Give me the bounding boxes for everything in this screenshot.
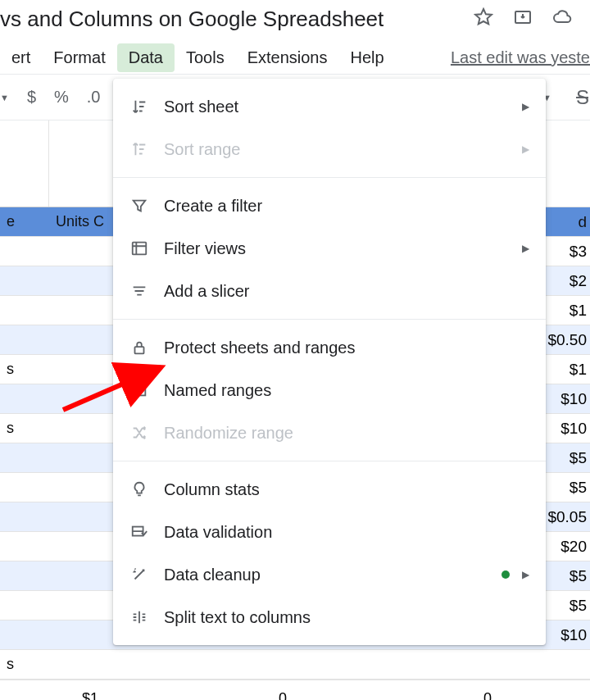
menu-data-cleanup[interactable]: Data cleanup ▶ [113, 553, 546, 596]
menu-add-slicer[interactable]: Add a slicer [113, 270, 546, 312]
menu-bar: ert Format Data Tools Extensions Help La… [0, 41, 590, 74]
menu-item-label: Split text to columns [164, 608, 311, 627]
chevron-right-icon: ▶ [522, 143, 529, 155]
split-columns-icon [129, 608, 149, 626]
filter-icon [129, 197, 149, 215]
sort-sheet-icon [129, 98, 149, 116]
svg-rect-3 [134, 385, 146, 396]
menu-sort-range: Sort range ▶ [113, 128, 546, 170]
menu-extensions[interactable]: Extensions [236, 43, 339, 72]
move-icon[interactable] [513, 7, 533, 30]
filter-views-icon [129, 239, 149, 257]
menu-item-label: Protect sheets and ranges [164, 339, 355, 357]
title-bar: vs and Columns on Google Spreadsheet [0, 0, 590, 41]
last-col-header[interactable]: d [541, 207, 590, 237]
menu-item-label: Named ranges [164, 381, 271, 400]
last-visible-column[interactable]: d $3 $2 $1 $0.50 $1 $10 $10 $5 $5 $0.05 … [541, 120, 590, 650]
cloud-icon[interactable] [552, 7, 572, 30]
magic-wand-icon [129, 566, 149, 584]
menu-item-label: Add a slicer [164, 282, 250, 301]
menu-protect-sheets[interactable]: Protect sheets and ranges [113, 326, 546, 369]
table-row[interactable]: $1 0 0 [0, 680, 590, 700]
svg-rect-1 [133, 243, 147, 255]
col-a-header[interactable]: e [0, 207, 49, 236]
document-title[interactable]: vs and Columns on Google Spreadsheet [0, 7, 384, 32]
menu-column-stats[interactable]: Column stats [113, 468, 546, 511]
lock-icon [129, 339, 149, 357]
menu-item-label: Sort sheet [164, 98, 238, 116]
menu-item-label: Sort range [164, 140, 240, 159]
menu-named-ranges[interactable]: Named ranges [113, 369, 546, 411]
shuffle-icon [129, 424, 149, 442]
menu-split-text[interactable]: Split text to columns [113, 596, 546, 639]
menu-item-label: Create a filter [164, 197, 262, 216]
lightbulb-icon [129, 480, 149, 498]
star-icon[interactable] [474, 7, 493, 30]
slicer-icon [129, 282, 149, 300]
menu-data-validation[interactable]: Data validation [113, 511, 546, 553]
menu-item-label: Column stats [164, 480, 260, 499]
menu-sort-sheet[interactable]: Sort sheet ▶ [113, 85, 546, 128]
sort-range-icon [129, 140, 149, 158]
menu-tools[interactable]: Tools [175, 43, 236, 72]
menu-data[interactable]: Data [117, 43, 175, 72]
menu-randomize-range: Randomize range [113, 411, 546, 454]
toolbar-more-dropdown[interactable]: ▼ [0, 93, 9, 102]
chevron-right-icon: ▶ [522, 243, 529, 254]
chevron-right-icon: ▶ [522, 569, 529, 580]
decimal-button[interactable]: .0 [87, 88, 101, 107]
percent-button[interactable]: % [54, 88, 69, 107]
menu-item-label: Randomize range [164, 424, 293, 443]
svg-rect-2 [135, 347, 144, 353]
menu-item-label: Data validation [164, 523, 272, 542]
currency-button[interactable]: $ [27, 88, 36, 107]
menu-item-label: Filter views [164, 239, 246, 258]
menu-insert[interactable]: ert [0, 43, 42, 72]
named-ranges-icon [129, 381, 149, 399]
last-edit-link[interactable]: Last edit was yeste [451, 48, 590, 67]
table-row[interactable]: s [0, 650, 590, 680]
strikethrough-button[interactable]: S [576, 86, 590, 109]
menu-item-label: Data cleanup [164, 566, 261, 584]
chevron-right-icon: ▶ [522, 101, 529, 112]
data-validation-icon [129, 523, 149, 541]
menu-create-filter[interactable]: Create a filter [113, 184, 546, 227]
menu-help[interactable]: Help [338, 43, 395, 72]
data-menu-dropdown: Sort sheet ▶ Sort range ▶ Create a filte… [113, 79, 546, 645]
menu-filter-views[interactable]: Filter views ▶ [113, 227, 546, 270]
menu-format[interactable]: Format [42, 43, 116, 72]
status-dot-icon [502, 570, 510, 579]
